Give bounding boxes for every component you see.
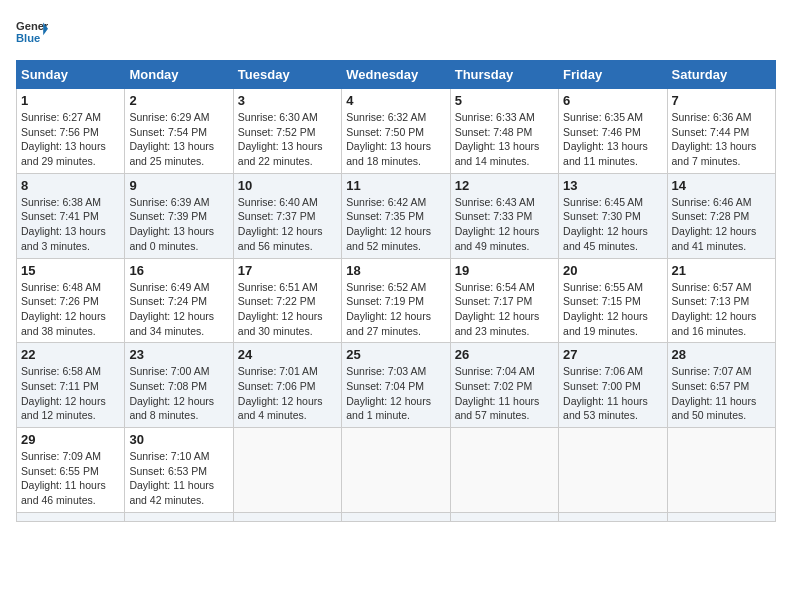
logo-icon: General Blue	[16, 16, 48, 48]
day-number-20: 20	[563, 263, 662, 278]
day-info-4: Sunrise: 6:32 AMSunset: 7:50 PMDaylight:…	[346, 110, 445, 169]
empty-cell	[450, 428, 558, 513]
day-cell-29: 29Sunrise: 7:09 AMSunset: 6:55 PMDayligh…	[17, 428, 125, 513]
day-cell-17: 17Sunrise: 6:51 AMSunset: 7:22 PMDayligh…	[233, 258, 341, 343]
day-number-1: 1	[21, 93, 120, 108]
day-cell-24: 24Sunrise: 7:01 AMSunset: 7:06 PMDayligh…	[233, 343, 341, 428]
header-sunday: Sunday	[17, 61, 125, 89]
day-cell-27: 27Sunrise: 7:06 AMSunset: 7:00 PMDayligh…	[559, 343, 667, 428]
day-number-28: 28	[672, 347, 771, 362]
header-tuesday: Tuesday	[233, 61, 341, 89]
day-info-10: Sunrise: 6:40 AMSunset: 7:37 PMDaylight:…	[238, 195, 337, 254]
day-info-17: Sunrise: 6:51 AMSunset: 7:22 PMDaylight:…	[238, 280, 337, 339]
day-number-14: 14	[672, 178, 771, 193]
day-info-11: Sunrise: 6:42 AMSunset: 7:35 PMDaylight:…	[346, 195, 445, 254]
day-info-1: Sunrise: 6:27 AMSunset: 7:56 PMDaylight:…	[21, 110, 120, 169]
day-cell-25: 25Sunrise: 7:03 AMSunset: 7:04 PMDayligh…	[342, 343, 450, 428]
day-info-29: Sunrise: 7:09 AMSunset: 6:55 PMDaylight:…	[21, 449, 120, 508]
day-cell-14: 14Sunrise: 6:46 AMSunset: 7:28 PMDayligh…	[667, 173, 775, 258]
day-info-8: Sunrise: 6:38 AMSunset: 7:41 PMDaylight:…	[21, 195, 120, 254]
header-friday: Friday	[559, 61, 667, 89]
header-saturday: Saturday	[667, 61, 775, 89]
day-info-14: Sunrise: 6:46 AMSunset: 7:28 PMDaylight:…	[672, 195, 771, 254]
day-info-26: Sunrise: 7:04 AMSunset: 7:02 PMDaylight:…	[455, 364, 554, 423]
day-number-25: 25	[346, 347, 445, 362]
day-cell-11: 11Sunrise: 6:42 AMSunset: 7:35 PMDayligh…	[342, 173, 450, 258]
day-cell-16: 16Sunrise: 6:49 AMSunset: 7:24 PMDayligh…	[125, 258, 233, 343]
day-info-25: Sunrise: 7:03 AMSunset: 7:04 PMDaylight:…	[346, 364, 445, 423]
calendar-header: SundayMondayTuesdayWednesdayThursdayFrid…	[17, 61, 776, 89]
day-cell-20: 20Sunrise: 6:55 AMSunset: 7:15 PMDayligh…	[559, 258, 667, 343]
day-number-24: 24	[238, 347, 337, 362]
empty-cell	[450, 512, 558, 521]
day-number-27: 27	[563, 347, 662, 362]
day-info-24: Sunrise: 7:01 AMSunset: 7:06 PMDaylight:…	[238, 364, 337, 423]
day-cell-13: 13Sunrise: 6:45 AMSunset: 7:30 PMDayligh…	[559, 173, 667, 258]
empty-cell	[667, 428, 775, 513]
day-number-9: 9	[129, 178, 228, 193]
day-number-12: 12	[455, 178, 554, 193]
day-cell-12: 12Sunrise: 6:43 AMSunset: 7:33 PMDayligh…	[450, 173, 558, 258]
calendar-body: 1Sunrise: 6:27 AMSunset: 7:56 PMDaylight…	[17, 89, 776, 522]
day-info-28: Sunrise: 7:07 AMSunset: 6:57 PMDaylight:…	[672, 364, 771, 423]
day-info-22: Sunrise: 6:58 AMSunset: 7:11 PMDaylight:…	[21, 364, 120, 423]
calendar-table: SundayMondayTuesdayWednesdayThursdayFrid…	[16, 60, 776, 522]
empty-cell	[559, 428, 667, 513]
empty-cell	[233, 428, 341, 513]
day-info-20: Sunrise: 6:55 AMSunset: 7:15 PMDaylight:…	[563, 280, 662, 339]
logo: General Blue	[16, 16, 52, 48]
day-info-6: Sunrise: 6:35 AMSunset: 7:46 PMDaylight:…	[563, 110, 662, 169]
day-number-18: 18	[346, 263, 445, 278]
empty-cell	[667, 512, 775, 521]
day-info-27: Sunrise: 7:06 AMSunset: 7:00 PMDaylight:…	[563, 364, 662, 423]
day-cell-15: 15Sunrise: 6:48 AMSunset: 7:26 PMDayligh…	[17, 258, 125, 343]
day-number-19: 19	[455, 263, 554, 278]
day-cell-10: 10Sunrise: 6:40 AMSunset: 7:37 PMDayligh…	[233, 173, 341, 258]
calendar-week-row: 8Sunrise: 6:38 AMSunset: 7:41 PMDaylight…	[17, 173, 776, 258]
day-cell-5: 5Sunrise: 6:33 AMSunset: 7:48 PMDaylight…	[450, 89, 558, 174]
empty-cell	[559, 512, 667, 521]
day-number-30: 30	[129, 432, 228, 447]
day-cell-8: 8Sunrise: 6:38 AMSunset: 7:41 PMDaylight…	[17, 173, 125, 258]
day-number-17: 17	[238, 263, 337, 278]
calendar-week-row: 1Sunrise: 6:27 AMSunset: 7:56 PMDaylight…	[17, 89, 776, 174]
day-cell-23: 23Sunrise: 7:00 AMSunset: 7:08 PMDayligh…	[125, 343, 233, 428]
day-number-22: 22	[21, 347, 120, 362]
day-number-23: 23	[129, 347, 228, 362]
day-number-16: 16	[129, 263, 228, 278]
day-number-29: 29	[21, 432, 120, 447]
day-number-10: 10	[238, 178, 337, 193]
day-info-9: Sunrise: 6:39 AMSunset: 7:39 PMDaylight:…	[129, 195, 228, 254]
calendar-week-row: 15Sunrise: 6:48 AMSunset: 7:26 PMDayligh…	[17, 258, 776, 343]
day-info-15: Sunrise: 6:48 AMSunset: 7:26 PMDaylight:…	[21, 280, 120, 339]
header-thursday: Thursday	[450, 61, 558, 89]
day-info-21: Sunrise: 6:57 AMSunset: 7:13 PMDaylight:…	[672, 280, 771, 339]
day-info-18: Sunrise: 6:52 AMSunset: 7:19 PMDaylight:…	[346, 280, 445, 339]
empty-cell	[17, 512, 125, 521]
day-number-8: 8	[21, 178, 120, 193]
day-info-2: Sunrise: 6:29 AMSunset: 7:54 PMDaylight:…	[129, 110, 228, 169]
day-info-13: Sunrise: 6:45 AMSunset: 7:30 PMDaylight:…	[563, 195, 662, 254]
day-number-4: 4	[346, 93, 445, 108]
day-number-3: 3	[238, 93, 337, 108]
calendar-week-row	[17, 512, 776, 521]
day-cell-21: 21Sunrise: 6:57 AMSunset: 7:13 PMDayligh…	[667, 258, 775, 343]
day-cell-28: 28Sunrise: 7:07 AMSunset: 6:57 PMDayligh…	[667, 343, 775, 428]
day-number-13: 13	[563, 178, 662, 193]
day-info-12: Sunrise: 6:43 AMSunset: 7:33 PMDaylight:…	[455, 195, 554, 254]
day-info-19: Sunrise: 6:54 AMSunset: 7:17 PMDaylight:…	[455, 280, 554, 339]
calendar-week-row: 29Sunrise: 7:09 AMSunset: 6:55 PMDayligh…	[17, 428, 776, 513]
day-info-23: Sunrise: 7:00 AMSunset: 7:08 PMDaylight:…	[129, 364, 228, 423]
day-number-26: 26	[455, 347, 554, 362]
page-header: General Blue	[16, 16, 776, 48]
day-number-15: 15	[21, 263, 120, 278]
day-cell-9: 9Sunrise: 6:39 AMSunset: 7:39 PMDaylight…	[125, 173, 233, 258]
day-cell-22: 22Sunrise: 6:58 AMSunset: 7:11 PMDayligh…	[17, 343, 125, 428]
day-info-16: Sunrise: 6:49 AMSunset: 7:24 PMDaylight:…	[129, 280, 228, 339]
day-info-5: Sunrise: 6:33 AMSunset: 7:48 PMDaylight:…	[455, 110, 554, 169]
day-info-7: Sunrise: 6:36 AMSunset: 7:44 PMDaylight:…	[672, 110, 771, 169]
empty-cell	[342, 428, 450, 513]
empty-cell	[342, 512, 450, 521]
day-cell-7: 7Sunrise: 6:36 AMSunset: 7:44 PMDaylight…	[667, 89, 775, 174]
svg-text:Blue: Blue	[16, 32, 40, 44]
